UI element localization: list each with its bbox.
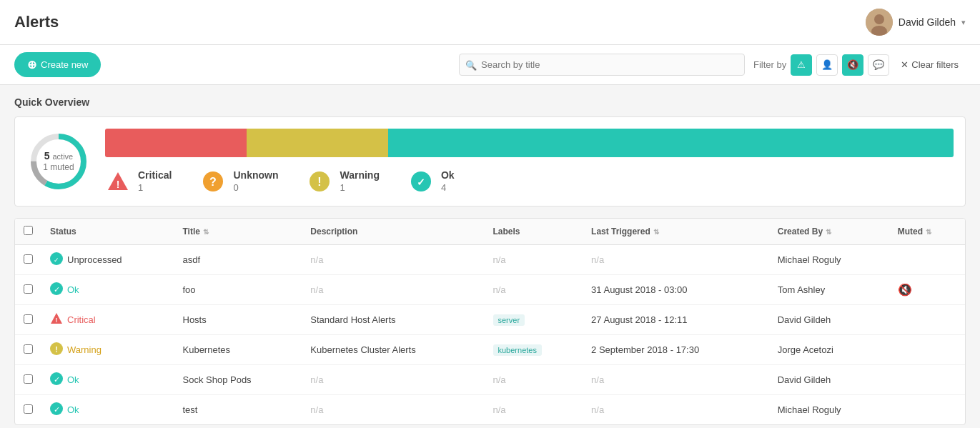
labels-cell: kubernetes: [485, 335, 583, 365]
col-created-by[interactable]: Created By ⇅: [769, 219, 889, 245]
col-labels: Labels: [485, 219, 583, 245]
select-all-checkbox[interactable]: [24, 226, 33, 235]
page-header: Alerts David Gildeh ▾: [0, 0, 980, 45]
stat-warning-count: 1: [340, 182, 379, 194]
donut-label: 5 active 1 muted: [43, 149, 74, 174]
row-checkbox[interactable]: [24, 404, 33, 414]
bar-warning: [247, 129, 388, 157]
col-title[interactable]: Title ⇅: [174, 219, 302, 245]
stat-warning-label: Warning: [340, 169, 379, 181]
created-by-cell: David Gildeh: [769, 305, 889, 335]
created-by-cell: Tom Ashley: [769, 275, 889, 305]
svg-text:✓: ✓: [54, 257, 59, 264]
na-text: n/a: [591, 254, 604, 265]
row-checkbox[interactable]: [24, 344, 33, 354]
description-cell: n/a: [302, 365, 484, 395]
filter-area: Filter by ⚠ 👤 🔇 💬 ✕ Clear filters: [753, 54, 966, 76]
create-new-button[interactable]: ⊕ Create new: [14, 52, 101, 77]
title-cell[interactable]: Sock Shop Pods: [174, 365, 302, 395]
na-text: n/a: [310, 284, 323, 295]
row-checkbox-cell[interactable]: [15, 395, 41, 425]
col-last-triggered[interactable]: Last Triggered ⇅: [583, 219, 769, 245]
created-by-cell: David Gildeh: [769, 365, 889, 395]
muted-cell: 🔇: [889, 275, 965, 305]
filter-comment-button[interactable]: 💬: [868, 54, 889, 76]
critical-icon: !: [105, 169, 131, 194]
svg-text:✓: ✓: [54, 405, 60, 414]
search-icon: 🔍: [465, 59, 477, 70]
description-cell: n/a: [302, 245, 484, 275]
mute-icon: 🔇: [847, 59, 858, 70]
muted-icon: 🔇: [898, 284, 912, 296]
title-cell[interactable]: asdf: [174, 245, 302, 275]
donut-active: 5 active: [43, 149, 74, 162]
user-menu[interactable]: David Gildeh ▾: [866, 9, 966, 36]
col-status: Status: [41, 219, 174, 245]
warning-icon: !: [307, 169, 332, 194]
row-checkbox[interactable]: [24, 374, 33, 384]
row-checkbox-cell[interactable]: [15, 275, 41, 305]
main-content: Quick Overview 5 active 1 muted: [0, 85, 980, 428]
last-triggered-cell: n/a: [583, 245, 769, 275]
row-checkbox-cell[interactable]: [15, 335, 41, 365]
last-triggered-cell: n/a: [583, 365, 769, 395]
title-cell[interactable]: Kubernetes: [174, 335, 302, 365]
row-checkbox-cell[interactable]: [15, 305, 41, 335]
bar-critical: [105, 129, 247, 157]
row-checkbox-cell[interactable]: [15, 245, 41, 275]
clear-filters-button[interactable]: ✕ Clear filters: [894, 55, 966, 74]
status-icon: ✓: [50, 282, 63, 297]
title-cell[interactable]: test: [174, 395, 302, 425]
na-text: n/a: [493, 404, 506, 415]
filter-muted-button[interactable]: 🔇: [842, 54, 863, 76]
alerts-table: Status Title ⇅ Description Labels Last T…: [14, 218, 966, 425]
select-all-header[interactable]: [15, 219, 41, 245]
title-cell[interactable]: foo: [174, 275, 302, 305]
muted-cell: [889, 365, 965, 395]
svg-text:?: ?: [210, 176, 217, 188]
status-cell: ✓ Ok: [41, 395, 174, 425]
status-icon: ✓: [50, 252, 63, 267]
created-by-cell: Michael Roguly: [769, 395, 889, 425]
status-text: Ok: [67, 404, 79, 415]
row-checkbox-cell[interactable]: [15, 365, 41, 395]
svg-text:!: !: [55, 345, 58, 354]
table-header-row: Status Title ⇅ Description Labels Last T…: [15, 219, 965, 245]
na-text: n/a: [310, 254, 323, 265]
stat-critical-count: 1: [138, 182, 172, 194]
filter-user-button[interactable]: 👤: [816, 54, 838, 76]
row-checkbox[interactable]: [24, 254, 33, 264]
search-input[interactable]: [459, 54, 745, 76]
muted-cell: [889, 335, 965, 365]
table-row: ✓ Unprocessedasdfn/an/an/aMichael Roguly: [15, 245, 965, 275]
warning-triangle-icon: ⚠: [797, 59, 806, 70]
status-text: Warning: [67, 344, 102, 355]
stat-ok-count: 4: [441, 182, 455, 194]
row-checkbox[interactable]: [24, 284, 33, 294]
status-text: Unprocessed: [67, 254, 122, 265]
title-cell[interactable]: Hosts: [174, 305, 302, 335]
col-muted[interactable]: Muted ⇅: [889, 219, 965, 245]
table-row: ✓ Oktestn/an/an/aMichael Roguly: [15, 395, 965, 425]
status-cell: ! Critical: [41, 305, 174, 335]
muted-cell: [889, 395, 965, 425]
last-triggered-cell: 27 August 2018 - 12:11: [583, 305, 769, 335]
na-text: n/a: [493, 374, 506, 385]
stat-ok: ✓ Ok 4: [408, 169, 455, 194]
donut-muted: 1 muted: [43, 162, 74, 174]
close-icon: ✕: [901, 59, 909, 70]
svg-text:!: !: [318, 176, 322, 188]
muted-sort-icon: ⇅: [926, 228, 931, 236]
svg-text:✓: ✓: [54, 285, 60, 294]
created-by-cell: Jorge Acetozi: [769, 335, 889, 365]
quick-overview-label: Quick Overview: [14, 96, 966, 108]
svg-text:!: !: [117, 179, 120, 190]
created-by-cell: Michael Roguly: [769, 245, 889, 275]
row-checkbox[interactable]: [24, 314, 33, 324]
filter-severity-button[interactable]: ⚠: [791, 54, 812, 76]
description-cell: n/a: [302, 395, 484, 425]
na-text: n/a: [493, 284, 506, 295]
labels-cell: n/a: [485, 395, 583, 425]
status-bar: [105, 129, 954, 157]
comment-icon: 💬: [873, 59, 884, 70]
